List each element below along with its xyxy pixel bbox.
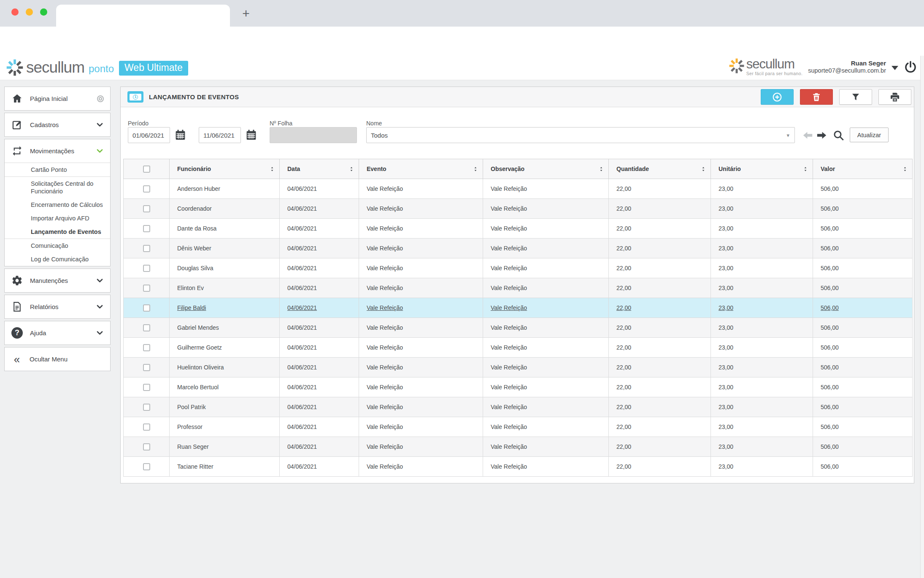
row-checkbox-cell: [124, 258, 170, 278]
sidebar-item-lancamento-eventos[interactable]: Lançamento de Eventos: [5, 225, 110, 239]
cell-valor: 506,00: [813, 338, 913, 358]
table-row[interactable]: Marcelo Bertuol 04/06/2021 Vale Refeição…: [124, 377, 913, 397]
table-row[interactable]: Pool Patrik 04/06/2021 Vale Refeição Val…: [124, 397, 913, 417]
row-checkbox[interactable]: [143, 185, 150, 193]
delete-button[interactable]: [800, 89, 833, 105]
sort-icon[interactable]: [269, 166, 275, 172]
page-scrollbar[interactable]: [920, 56, 924, 578]
user-info[interactable]: Ruan Seger suporte07@secullum.com.br: [808, 60, 886, 74]
row-checkbox[interactable]: [143, 364, 150, 371]
table-row[interactable]: Dante da Rosa 04/06/2021 Vale Refeição V…: [124, 219, 913, 239]
row-checkbox-cell: [124, 278, 170, 298]
table-row[interactable]: Elinton Ev 04/06/2021 Vale Refeição Vale…: [124, 278, 913, 298]
row-checkbox[interactable]: [143, 285, 150, 292]
table-row[interactable]: Professor 04/06/2021 Vale Refeição Vale …: [124, 417, 913, 437]
close-window-button[interactable]: [11, 8, 19, 16]
row-checkbox[interactable]: [143, 304, 150, 312]
col-valor[interactable]: Valor: [813, 159, 913, 179]
next-arrow-icon[interactable]: [816, 130, 827, 141]
row-checkbox-cell: [124, 457, 170, 477]
sidebar-item-encerramento[interactable]: Encerramento de Cálculos: [5, 198, 110, 212]
row-checkbox-cell: [124, 397, 170, 417]
table-row[interactable]: Douglas Silva 04/06/2021 Vale Refeição V…: [124, 258, 913, 278]
sort-icon[interactable]: [598, 166, 604, 172]
logout-power-icon[interactable]: [904, 60, 917, 74]
sidebar-item-relatorios[interactable]: Relatórios: [5, 295, 110, 318]
row-checkbox[interactable]: [143, 205, 150, 212]
table-row[interactable]: Dênis Weber 04/06/2021 Vale Refeição Val…: [124, 239, 913, 258]
report-icon: [11, 301, 23, 312]
col-data[interactable]: Data: [280, 159, 359, 179]
sort-icon[interactable]: [902, 166, 908, 172]
row-checkbox-cell: [124, 239, 170, 258]
col-quantidade[interactable]: Quantidade: [609, 159, 711, 179]
cell-observacao: Vale Refeição: [483, 258, 609, 278]
filter-button[interactable]: [839, 89, 872, 105]
brand-tagline: Ser fácil para ser humano.: [746, 71, 803, 76]
cell-unitario: 23,00: [711, 239, 813, 258]
sidebar-item-cartao-ponto[interactable]: Cartão Ponto: [5, 163, 110, 177]
row-checkbox[interactable]: [143, 404, 150, 411]
row-checkbox[interactable]: [143, 245, 150, 252]
table-row[interactable]: Ruan Seger 04/06/2021 Vale Refeição Vale…: [124, 437, 913, 457]
table-row[interactable]: Coordenador 04/06/2021 Vale Refeição Val…: [124, 199, 913, 219]
row-checkbox[interactable]: [143, 324, 150, 331]
table-header-row: Funcionário Data Evento Observação Quant…: [124, 159, 913, 179]
table-row[interactable]: Filipe Baldi 04/06/2021 Vale Refeição Va…: [124, 298, 913, 318]
refresh-button[interactable]: Atualizar: [850, 128, 889, 142]
date-to-input[interactable]: 11/06/2021: [199, 127, 241, 143]
minimize-window-button[interactable]: [26, 8, 33, 16]
cell-valor: 506,00: [813, 417, 913, 437]
sort-icon[interactable]: [802, 166, 808, 172]
sidebar-item-ocultar-menu[interactable]: « Ocultar Menu: [5, 347, 110, 371]
row-checkbox[interactable]: [143, 225, 150, 232]
row-checkbox[interactable]: [143, 384, 150, 391]
sidebar-item-ajuda[interactable]: ? Ajuda: [5, 321, 110, 345]
cell-funcionario: Ruan Seger: [170, 437, 280, 457]
col-observacao[interactable]: Observação: [483, 159, 609, 179]
row-checkbox[interactable]: [143, 423, 150, 431]
sidebar-item-cadastros[interactable]: Cadastros: [5, 113, 110, 136]
search-icon[interactable]: [832, 129, 845, 141]
row-checkbox[interactable]: [143, 443, 150, 450]
table-row[interactable]: Taciane Ritter 04/06/2021 Vale Refeição …: [124, 457, 913, 477]
sidebar-item-pagina-inicial[interactable]: Página Inicial: [5, 87, 110, 110]
browser-tab[interactable]: [56, 5, 230, 27]
row-checkbox[interactable]: [143, 463, 150, 470]
prev-arrow-icon[interactable]: [802, 130, 813, 141]
trash-icon: [811, 92, 821, 102]
cell-evento: Vale Refeição: [359, 377, 483, 397]
nome-select[interactable]: Todos ▾: [366, 127, 795, 143]
add-button[interactable]: [761, 89, 794, 105]
col-unitario[interactable]: Unitário: [711, 159, 813, 179]
row-checkbox-cell: [124, 437, 170, 457]
sort-icon[interactable]: [349, 166, 354, 172]
sidebar-item-solicitacoes[interactable]: Solicitações Central do Funcionário: [5, 177, 110, 198]
table-row[interactable]: Anderson Huber 04/06/2021 Vale Refeição …: [124, 179, 913, 199]
calendar-icon[interactable]: [174, 129, 186, 141]
row-checkbox[interactable]: [143, 265, 150, 272]
sidebar-item-log-comunicacao[interactable]: Log de Comunicação: [5, 252, 110, 266]
table-row[interactable]: Huelinton Oliveira 04/06/2021 Vale Refei…: [124, 358, 913, 377]
col-funcionario[interactable]: Funcionário: [170, 159, 280, 179]
sort-icon[interactable]: [700, 166, 706, 172]
select-all-checkbox[interactable]: [143, 166, 150, 173]
table-row[interactable]: Guilherme Goetz 04/06/2021 Vale Refeição…: [124, 338, 913, 358]
row-checkbox[interactable]: [143, 344, 150, 351]
maximize-window-button[interactable]: [40, 8, 47, 16]
print-button[interactable]: [878, 89, 911, 105]
table-row[interactable]: Gabriel Mendes 04/06/2021 Vale Refeição …: [124, 318, 913, 338]
date-from-input[interactable]: 01/06/2021: [128, 127, 170, 143]
sidebar-item-importar-afd[interactable]: Importar Arquivo AFD: [5, 212, 110, 225]
sidebar-item-movimentacoes[interactable]: Movimentações: [5, 139, 110, 163]
cell-evento: Vale Refeição: [359, 358, 483, 377]
cell-quantidade: 22,00: [609, 318, 711, 338]
row-checkbox-cell: [124, 338, 170, 358]
new-tab-button[interactable]: +: [239, 7, 253, 21]
calendar-icon[interactable]: [245, 129, 257, 141]
col-evento[interactable]: Evento: [359, 159, 483, 179]
sidebar-item-manutencoes[interactable]: Manutenções: [5, 269, 110, 292]
sort-icon[interactable]: [473, 166, 478, 172]
sidebar-item-comunicacao[interactable]: Comunicação: [5, 239, 110, 252]
user-dropdown-icon[interactable]: [892, 66, 898, 70]
